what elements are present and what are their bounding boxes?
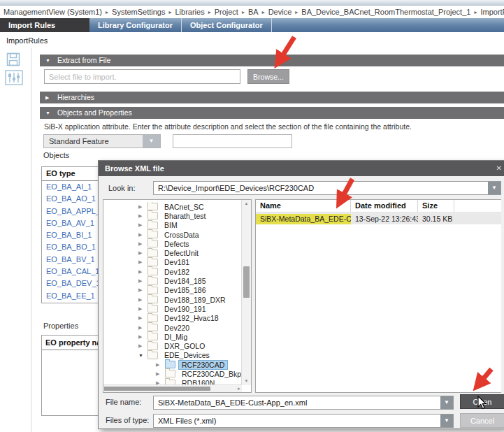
breadcrumb-item[interactable]: Project	[215, 8, 238, 16]
eo-type-link[interactable]: EO_BA_AO_1	[42, 193, 102, 205]
attribute-description-input[interactable]	[173, 134, 292, 148]
scrollbar-thumb[interactable]	[104, 387, 210, 391]
expand-icon[interactable]: ▶	[156, 362, 164, 368]
expand-icon[interactable]: ▶	[138, 287, 146, 293]
file-list-column-header[interactable]: Size	[418, 200, 454, 212]
tab-object-configurator[interactable]: Object Configurator	[182, 18, 272, 32]
expand-icon[interactable]: ▶	[138, 213, 146, 219]
breadcrumb-item[interactable]: BA_Device_BACnet_RoomThermostat_Project_…	[301, 8, 470, 16]
chevron-down-icon[interactable]: ▼	[488, 182, 501, 194]
scroll-right-icon[interactable]: ►	[237, 385, 241, 392]
tree-item[interactable]: ▶Dev220	[103, 323, 241, 332]
browse-button[interactable]: Browse...	[247, 69, 289, 84]
tree-item[interactable]: ▶Dev192_Hvac18	[103, 314, 241, 323]
chevron-down-icon[interactable]: ▼	[143, 135, 160, 147]
tree-item[interactable]: ▶Dev182	[103, 267, 241, 276]
tree-item[interactable]: ▶Bharath_test	[103, 211, 241, 220]
open-button[interactable]: Open	[460, 394, 504, 409]
scroll-up-icon[interactable]: ▲	[242, 200, 251, 208]
tree-item[interactable]: ▶Dev188_189_DXR	[103, 295, 241, 304]
save-icon[interactable]	[6, 52, 20, 66]
expand-icon[interactable]: ▶	[138, 306, 146, 312]
eo-type-link[interactable]: EO_BA_EE_1	[42, 290, 102, 302]
collapse-icon[interactable]: ▼	[138, 353, 146, 358]
expand-icon[interactable]: ▶	[138, 269, 146, 275]
tree-item[interactable]: ▶Dev184_185	[103, 276, 241, 285]
expand-icon[interactable]: ▶	[138, 325, 146, 331]
chevron-down-icon[interactable]: ▼	[440, 415, 453, 427]
tree-item[interactable]: ▶Dev190_191	[103, 304, 241, 313]
expand-icon[interactable]: ▶	[138, 232, 146, 238]
eo-type-link[interactable]: EO_BA_CAL_1	[42, 266, 102, 278]
tree-item[interactable]: ▶RCF230CAD	[103, 360, 241, 369]
file-list-column-header[interactable]: Date modified	[351, 200, 418, 212]
file-name-cell: SiBX-MetaData_BA_EDE-Cus...	[256, 214, 351, 224]
expand-icon[interactable]: ▶	[138, 241, 146, 247]
tree-item-label: Dev182	[161, 268, 192, 276]
expand-icon[interactable]: ▶	[138, 259, 146, 265]
filter-settings-icon[interactable]	[5, 70, 23, 85]
folder-icon	[147, 203, 158, 210]
tree-item[interactable]: ▼EDE_Devices	[103, 351, 241, 360]
properties-label: Properties	[43, 322, 78, 330]
expand-icon[interactable]: ▶	[138, 343, 146, 349]
tree-item[interactable]: ▶Dev181	[103, 258, 241, 267]
breadcrumb-item[interactable]: ManagementView (System1)	[3, 8, 102, 16]
tree-item[interactable]: ▶DI_Mig	[103, 332, 241, 341]
tree-item[interactable]: ▶BACnet_SC	[103, 202, 241, 211]
eo-type-link[interactable]: EO_BA_AI_1	[42, 181, 102, 193]
feature-dropdown[interactable]: Standard Feature ▼	[43, 134, 161, 148]
cancel-button[interactable]: Cancel	[460, 413, 504, 428]
breadcrumb-separator-icon: ▸	[106, 9, 108, 15]
import-file-input[interactable]	[44, 69, 240, 84]
breadcrumb-item[interactable]: ImportRules	[480, 8, 504, 16]
eo-type-link[interactable]: EO_BA_DEV_1	[42, 278, 102, 289]
tree-item[interactable]: ▶DXR_GOLO	[103, 341, 241, 350]
tree-item[interactable]: ▶RDB160N	[103, 379, 241, 384]
tree-vertical-scrollbar[interactable]: ▲ ▼	[241, 200, 251, 385]
dialog-title-bar[interactable]: Browse XML file ✕	[99, 161, 504, 176]
tree-item[interactable]: ▶Defects	[103, 239, 241, 248]
file-row[interactable]: SiBX-MetaData_BA_EDE-Cus...13-Sep-22 13:…	[256, 213, 501, 224]
section-header-objects-and-properties[interactable]: ▼ Objects and Properties	[40, 107, 504, 119]
eo-type-link[interactable]: EO_BA_BV_1	[42, 254, 102, 266]
eo-property-column-header[interactable]: EO property nam	[42, 336, 102, 350]
breadcrumb-item[interactable]: BA	[248, 8, 259, 16]
expand-icon[interactable]: ▶	[138, 250, 146, 256]
folder-icon	[147, 287, 158, 294]
expand-icon[interactable]: ▶	[156, 371, 164, 377]
file-list-column-header[interactable]: Name	[256, 200, 351, 212]
expand-icon[interactable]: ▶	[138, 222, 146, 228]
eo-type-link[interactable]: EO_BA_AV_1	[42, 217, 102, 229]
tab-library-configurator[interactable]: Library Configurator	[89, 18, 182, 32]
tree-item[interactable]: ▶Dev185_186	[103, 286, 241, 295]
expand-icon[interactable]: ▶	[138, 297, 146, 303]
breadcrumb-item[interactable]: SystemSettings	[112, 8, 165, 16]
scroll-down-icon[interactable]: ▼	[242, 377, 251, 385]
files-of-type-combobox[interactable]: XML Files (*.xml) ▼	[153, 414, 454, 428]
tree-item[interactable]: ▶RCF230CAD_Bkp	[103, 369, 241, 378]
breadcrumb-item[interactable]: Device	[268, 8, 292, 16]
chevron-down-icon[interactable]: ▼	[440, 396, 453, 409]
tree-horizontal-scrollbar[interactable]: ►	[103, 384, 242, 392]
file-list-column-header[interactable]	[454, 200, 501, 212]
look-in-combobox[interactable]: R:\Device_Import\EDE_Devices\RCF230CAD ▼	[153, 181, 501, 195]
tree-item[interactable]: ▶BIM	[103, 221, 241, 230]
eo-type-link[interactable]: EO_BA_BI_1	[42, 229, 102, 241]
expand-icon[interactable]: ▶	[138, 315, 146, 321]
eo-type-link[interactable]: EO_BA_APPL_Roo	[42, 206, 102, 217]
expand-icon[interactable]: ▶	[138, 278, 146, 284]
tree-item[interactable]: ▶DefectUnit	[103, 248, 241, 257]
file-name-combobox[interactable]: SiBX-MetaData_BA_EDE-Cust-App_en.xml ▼	[153, 396, 454, 410]
section-header-extract-from-file[interactable]: ▼ Extract from File	[40, 55, 504, 66]
close-icon[interactable]: ✕	[496, 161, 502, 176]
eo-type-link[interactable]: EO_BA_BO_1	[42, 241, 102, 253]
eo-type-column-header[interactable]: EO type	[42, 167, 102, 181]
expand-icon[interactable]: ▶	[138, 204, 146, 210]
section-header-hierarchies[interactable]: ▶ Hierarchies	[40, 92, 504, 103]
scrollbar-thumb[interactable]	[243, 266, 250, 298]
tab-import-rules[interactable]: Import Rules	[0, 18, 89, 32]
breadcrumb-item[interactable]: Libraries	[175, 8, 204, 16]
tree-item[interactable]: ▶CrossData	[103, 230, 241, 239]
expand-icon[interactable]: ▶	[138, 334, 146, 340]
